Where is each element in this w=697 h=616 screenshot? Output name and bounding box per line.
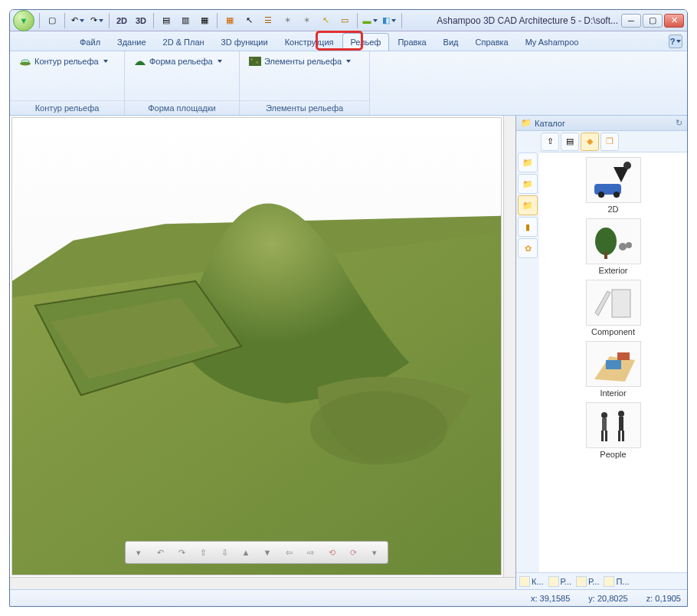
layout-c-button[interactable]: ▦: [196, 12, 213, 29]
marquee-button[interactable]: ▭: [336, 12, 353, 29]
tab-building[interactable]: Здание: [109, 33, 155, 51]
elements-button[interactable]: Элементы рельефа: [244, 54, 355, 68]
cat-tab-5[interactable]: ✿: [518, 238, 538, 258]
nav-right[interactable]: ⇨: [302, 544, 319, 561]
nav-up[interactable]: ⇧: [195, 544, 211, 561]
tab-my-ashampoo[interactable]: My Ashampoo: [517, 33, 587, 51]
catalog-item-component[interactable]: Component: [575, 280, 652, 336]
redo-button[interactable]: ↷: [88, 12, 105, 29]
snap-b-icon: ✶: [303, 15, 310, 25]
help-button[interactable]: ?: [669, 34, 682, 48]
layout-a-icon: ▤: [162, 15, 170, 25]
view-2d-button[interactable]: 2D: [113, 12, 130, 29]
pointer-button[interactable]: ↖: [317, 12, 334, 29]
catalog-item-people[interactable]: People: [575, 402, 652, 459]
ribbon-group-contour: Контур рельефа Контур рельефа: [10, 51, 125, 115]
layout-b-icon: ▥: [182, 15, 189, 25]
status-bar: x: 39,1585 y: 20,8025 z: 0,1905: [10, 589, 687, 606]
shape-button-label: Форма рельефа: [149, 57, 213, 66]
tab-file[interactable]: Файл: [71, 33, 109, 51]
quick-access-toolbar: ▢ ↶ ↷ 2D 3D ▤ ▥ ▦ ▦ ↖ ☰ ✶ ✶ ↖ ▭ ▬ ◧: [38, 12, 434, 29]
contour-button[interactable]: Контур рельефа: [15, 54, 113, 68]
catalog-item-interior[interactable]: Interior: [575, 341, 652, 398]
svg-point-6: [310, 392, 447, 465]
minimize-button[interactable]: ─: [621, 14, 641, 28]
close-button[interactable]: ✕: [664, 14, 684, 28]
tab-2d-plan[interactable]: 2D & План: [155, 33, 213, 51]
cat-tb-more[interactable]: ❒: [600, 133, 619, 151]
cat-tab-4[interactable]: ▮: [518, 217, 538, 237]
snap-a-button[interactable]: ✶: [279, 12, 296, 29]
bottom-tab-0[interactable]: К...: [519, 576, 544, 587]
catalog-item-2d[interactable]: 2D: [575, 157, 652, 214]
door-icon: ▤: [566, 136, 574, 146]
ribbon-group-shape-label: Форма площадки: [125, 100, 239, 115]
catalog-item-exterior[interactable]: Exterior: [575, 218, 652, 275]
layout-c-icon: ▦: [201, 15, 208, 25]
nav-rotate-cw[interactable]: ↷: [173, 544, 190, 561]
nav-rotate-ccw[interactable]: ↶: [152, 544, 169, 561]
view-3d-button[interactable]: 3D: [133, 12, 149, 29]
bottom-tab-3[interactable]: П...: [604, 576, 629, 587]
nav-orbit-left[interactable]: ⟲: [323, 544, 340, 561]
cursor-button[interactable]: ↖: [241, 12, 257, 29]
cat-tb-up[interactable]: ⇧: [541, 133, 559, 151]
objects-icon: ◆: [587, 136, 593, 146]
undo-button[interactable]: ↶: [69, 12, 86, 29]
catalog-title-label: Каталог: [535, 119, 565, 128]
terrain-render: [12, 118, 501, 575]
nav-prev-dd[interactable]: ▾: [130, 544, 147, 561]
nav-left[interactable]: ⇦: [280, 544, 297, 561]
tab-relief[interactable]: Рельеф: [342, 33, 390, 51]
cat-tb-door[interactable]: ▤: [561, 133, 579, 151]
catalog-pin-icon[interactable]: ↻: [676, 118, 682, 128]
bottom-tab-2[interactable]: Р...: [576, 576, 599, 587]
cat-tab-1[interactable]: 📁: [518, 152, 538, 172]
bottom-tab-1[interactable]: Р...: [548, 576, 571, 587]
layout-a-button[interactable]: ▤: [158, 12, 175, 29]
undo-icon: ↶: [71, 15, 78, 25]
snap-b-button[interactable]: ✶: [298, 12, 315, 29]
nav-zoom-in[interactable]: ▲: [237, 544, 254, 561]
tab-edit[interactable]: Правка: [389, 33, 434, 51]
catalog-header[interactable]: 📁 Каталог ↻: [516, 116, 687, 131]
cat-tab-3[interactable]: 📁: [518, 195, 538, 215]
hill-icon: [134, 57, 146, 66]
nav-down[interactable]: ⇩: [216, 544, 233, 561]
minimize-icon: ─: [628, 16, 634, 25]
tab-construction[interactable]: Конструкция: [277, 33, 342, 51]
new-doc-button[interactable]: ▢: [44, 12, 61, 29]
grid-button[interactable]: ▦: [221, 12, 238, 29]
catalog-items[interactable]: 2D Exterior Component Interior: [539, 152, 687, 572]
nav-zoom-out[interactable]: ▼: [259, 544, 276, 561]
app-menu-orb[interactable]: ▼: [13, 10, 34, 31]
viewport-hscrollbar[interactable]: [10, 577, 515, 589]
3d-viewport[interactable]: ▾ ↶ ↷ ⇧ ⇩ ▲ ▼ ⇦ ⇨ ⟲ ⟳ ▾: [11, 117, 502, 575]
catalog-panel: 📁 Каталог ↻ 📁 📁 📁 ▮ ✿ ⇧ ▤ ◆: [515, 116, 687, 589]
titlebar: ▼ ▢ ↶ ↷ 2D 3D ▤ ▥ ▦ ▦ ↖ ☰ ✶ ✶ ↖ ▭ ▬ ◧: [10, 10, 687, 31]
nav-next-dd[interactable]: ▾: [366, 544, 383, 561]
catalog-bottom-tabs: К... Р... Р... П...: [516, 572, 687, 589]
svg-rect-2: [249, 57, 261, 66]
thumb-interior: [586, 341, 641, 387]
columns-button[interactable]: ☰: [260, 12, 277, 29]
thumb-people: [586, 402, 641, 448]
tab-help[interactable]: Справка: [467, 33, 517, 51]
ribbon-group-shape: Форма рельефа Форма площадки: [125, 51, 240, 115]
svg-point-14: [626, 242, 632, 248]
folder-icon: 📁: [522, 179, 533, 189]
maximize-button[interactable]: ▢: [643, 14, 663, 28]
shape-button[interactable]: Форма рельефа: [129, 54, 227, 68]
svg-point-22: [618, 411, 624, 417]
viewport-vscrollbar[interactable]: [503, 116, 515, 577]
layout-b-button[interactable]: ▥: [177, 12, 194, 29]
nav-orbit-right[interactable]: ⟳: [345, 544, 362, 561]
tab-view[interactable]: Вид: [435, 33, 467, 51]
contour-button-label: Контур рельефа: [34, 57, 99, 66]
cat-tb-objects[interactable]: ◆: [581, 133, 599, 151]
paint-button[interactable]: ◧: [381, 12, 398, 29]
cat-tab-2[interactable]: 📁: [518, 174, 538, 194]
layer-button[interactable]: ▬: [362, 12, 378, 29]
tab-3d-functions[interactable]: 3D функции: [213, 33, 277, 51]
close-icon: ✕: [671, 15, 678, 25]
